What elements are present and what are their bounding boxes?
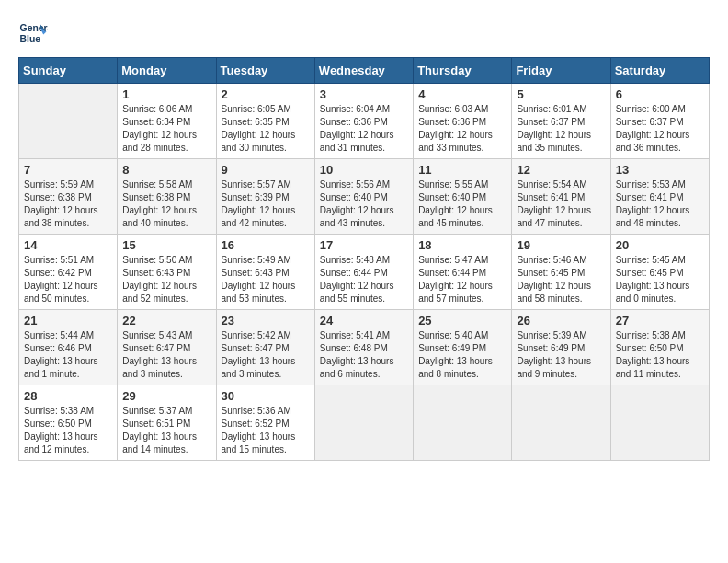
day-info: Sunrise: 6:06 AM Sunset: 6:34 PM Dayligh… <box>122 103 210 155</box>
calendar-cell: 2Sunrise: 6:05 AM Sunset: 6:35 PM Daylig… <box>216 84 314 159</box>
day-number: 29 <box>122 389 210 403</box>
calendar-cell <box>19 84 118 159</box>
calendar-cell: 19Sunrise: 5:46 AM Sunset: 6:45 PM Dayli… <box>512 235 610 310</box>
calendar-week-row: 28Sunrise: 5:38 AM Sunset: 6:50 PM Dayli… <box>19 385 710 461</box>
day-info: Sunrise: 5:40 AM Sunset: 6:49 PM Dayligh… <box>418 329 506 381</box>
day-number: 24 <box>320 314 408 327</box>
calendar-cell: 5Sunrise: 6:01 AM Sunset: 6:37 PM Daylig… <box>512 84 610 159</box>
day-info: Sunrise: 5:38 AM Sunset: 6:50 PM Dayligh… <box>616 329 704 381</box>
day-number: 27 <box>616 314 704 327</box>
column-header-friday: Friday <box>512 58 610 84</box>
calendar-cell: 3Sunrise: 6:04 AM Sunset: 6:36 PM Daylig… <box>314 84 413 159</box>
day-number: 3 <box>320 87 408 101</box>
day-number: 7 <box>24 163 112 177</box>
svg-text:Blue: Blue <box>20 34 41 44</box>
calendar-cell: 8Sunrise: 5:58 AM Sunset: 6:38 PM Daylig… <box>118 159 216 235</box>
day-number: 19 <box>517 238 605 252</box>
day-number: 6 <box>616 87 704 101</box>
calendar-week-row: 14Sunrise: 5:51 AM Sunset: 6:42 PM Dayli… <box>19 235 710 310</box>
day-info: Sunrise: 6:03 AM Sunset: 6:36 PM Dayligh… <box>418 103 506 155</box>
calendar-cell: 25Sunrise: 5:40 AM Sunset: 6:49 PM Dayli… <box>414 310 512 385</box>
calendar-cell: 18Sunrise: 5:47 AM Sunset: 6:44 PM Dayli… <box>414 235 512 310</box>
calendar-cell <box>414 385 512 461</box>
day-number: 5 <box>517 87 605 101</box>
day-info: Sunrise: 5:41 AM Sunset: 6:48 PM Dayligh… <box>320 329 408 381</box>
calendar-cell: 29Sunrise: 5:37 AM Sunset: 6:51 PM Dayli… <box>118 385 216 461</box>
calendar-cell: 12Sunrise: 5:54 AM Sunset: 6:41 PM Dayli… <box>512 159 610 235</box>
column-header-saturday: Saturday <box>610 58 709 84</box>
column-header-monday: Monday <box>118 58 216 84</box>
day-info: Sunrise: 6:00 AM Sunset: 6:37 PM Dayligh… <box>616 103 704 155</box>
calendar-header-row: SundayMondayTuesdayWednesdayThursdayFrid… <box>19 58 710 84</box>
column-header-tuesday: Tuesday <box>216 58 314 84</box>
day-number: 11 <box>418 163 506 177</box>
day-number: 23 <box>222 314 310 327</box>
calendar-cell: 6Sunrise: 6:00 AM Sunset: 6:37 PM Daylig… <box>610 84 709 159</box>
day-info: Sunrise: 5:49 AM Sunset: 6:43 PM Dayligh… <box>222 254 310 305</box>
day-number: 26 <box>517 314 605 327</box>
calendar-cell: 30Sunrise: 5:36 AM Sunset: 6:52 PM Dayli… <box>216 385 314 461</box>
day-number: 25 <box>418 314 506 327</box>
day-info: Sunrise: 5:38 AM Sunset: 6:50 PM Dayligh… <box>24 405 112 456</box>
day-number: 28 <box>24 389 112 403</box>
calendar-week-row: 7Sunrise: 5:59 AM Sunset: 6:38 PM Daylig… <box>19 159 710 235</box>
day-number: 15 <box>122 238 210 252</box>
day-info: Sunrise: 5:37 AM Sunset: 6:51 PM Dayligh… <box>122 405 210 456</box>
day-number: 22 <box>122 314 210 327</box>
day-info: Sunrise: 5:58 AM Sunset: 6:38 PM Dayligh… <box>122 178 210 230</box>
calendar-cell: 13Sunrise: 5:53 AM Sunset: 6:41 PM Dayli… <box>610 159 709 235</box>
day-number: 2 <box>222 87 310 101</box>
day-info: Sunrise: 5:53 AM Sunset: 6:41 PM Dayligh… <box>616 178 704 230</box>
calendar-cell: 9Sunrise: 5:57 AM Sunset: 6:39 PM Daylig… <box>216 159 314 235</box>
calendar-week-row: 1Sunrise: 6:06 AM Sunset: 6:34 PM Daylig… <box>19 84 710 159</box>
calendar-cell: 4Sunrise: 6:03 AM Sunset: 6:36 PM Daylig… <box>414 84 512 159</box>
day-info: Sunrise: 5:43 AM Sunset: 6:47 PM Dayligh… <box>122 329 210 381</box>
calendar-cell: 15Sunrise: 5:50 AM Sunset: 6:43 PM Dayli… <box>118 235 216 310</box>
day-info: Sunrise: 5:39 AM Sunset: 6:49 PM Dayligh… <box>517 329 605 381</box>
day-number: 13 <box>616 163 704 177</box>
calendar-cell: 24Sunrise: 5:41 AM Sunset: 6:48 PM Dayli… <box>314 310 413 385</box>
column-header-thursday: Thursday <box>414 58 512 84</box>
day-number: 10 <box>320 163 408 177</box>
column-header-wednesday: Wednesday <box>314 58 413 84</box>
day-info: Sunrise: 6:04 AM Sunset: 6:36 PM Dayligh… <box>320 103 408 155</box>
calendar-cell: 7Sunrise: 5:59 AM Sunset: 6:38 PM Daylig… <box>19 159 118 235</box>
day-info: Sunrise: 5:47 AM Sunset: 6:44 PM Dayligh… <box>418 254 506 305</box>
day-info: Sunrise: 5:44 AM Sunset: 6:46 PM Dayligh… <box>24 329 112 381</box>
day-number: 18 <box>418 238 506 252</box>
calendar-cell: 11Sunrise: 5:55 AM Sunset: 6:40 PM Dayli… <box>414 159 512 235</box>
calendar-cell: 26Sunrise: 5:39 AM Sunset: 6:49 PM Dayli… <box>512 310 610 385</box>
calendar-cell: 22Sunrise: 5:43 AM Sunset: 6:47 PM Dayli… <box>118 310 216 385</box>
day-number: 8 <box>122 163 210 177</box>
day-info: Sunrise: 5:36 AM Sunset: 6:52 PM Dayligh… <box>222 405 310 456</box>
day-info: Sunrise: 6:05 AM Sunset: 6:35 PM Dayligh… <box>222 103 310 155</box>
calendar-cell: 14Sunrise: 5:51 AM Sunset: 6:42 PM Dayli… <box>19 235 118 310</box>
calendar-cell: 16Sunrise: 5:49 AM Sunset: 6:43 PM Dayli… <box>216 235 314 310</box>
column-header-sunday: Sunday <box>19 58 118 84</box>
calendar-cell <box>610 385 709 461</box>
calendar-cell: 20Sunrise: 5:45 AM Sunset: 6:45 PM Dayli… <box>610 235 709 310</box>
header: General Blue <box>18 18 710 48</box>
day-number: 4 <box>418 87 506 101</box>
calendar-week-row: 21Sunrise: 5:44 AM Sunset: 6:46 PM Dayli… <box>19 310 710 385</box>
logo: General Blue <box>18 18 48 48</box>
calendar-cell: 10Sunrise: 5:56 AM Sunset: 6:40 PM Dayli… <box>314 159 413 235</box>
day-number: 21 <box>24 314 112 327</box>
day-info: Sunrise: 5:59 AM Sunset: 6:38 PM Dayligh… <box>24 178 112 230</box>
calendar-cell: 23Sunrise: 5:42 AM Sunset: 6:47 PM Dayli… <box>216 310 314 385</box>
calendar-cell: 27Sunrise: 5:38 AM Sunset: 6:50 PM Dayli… <box>610 310 709 385</box>
day-info: Sunrise: 5:56 AM Sunset: 6:40 PM Dayligh… <box>320 178 408 230</box>
calendar-cell: 21Sunrise: 5:44 AM Sunset: 6:46 PM Dayli… <box>19 310 118 385</box>
day-info: Sunrise: 5:54 AM Sunset: 6:41 PM Dayligh… <box>517 178 605 230</box>
day-number: 20 <box>616 238 704 252</box>
day-info: Sunrise: 5:42 AM Sunset: 6:47 PM Dayligh… <box>222 329 310 381</box>
day-number: 1 <box>122 87 210 101</box>
day-info: Sunrise: 5:48 AM Sunset: 6:44 PM Dayligh… <box>320 254 408 305</box>
day-info: Sunrise: 5:46 AM Sunset: 6:45 PM Dayligh… <box>517 254 605 305</box>
day-number: 12 <box>517 163 605 177</box>
calendar-table: SundayMondayTuesdayWednesdayThursdayFrid… <box>18 57 710 461</box>
day-info: Sunrise: 5:51 AM Sunset: 6:42 PM Dayligh… <box>24 254 112 305</box>
day-info: Sunrise: 5:57 AM Sunset: 6:39 PM Dayligh… <box>222 178 310 230</box>
day-number: 16 <box>222 238 310 252</box>
day-info: Sunrise: 6:01 AM Sunset: 6:37 PM Dayligh… <box>517 103 605 155</box>
